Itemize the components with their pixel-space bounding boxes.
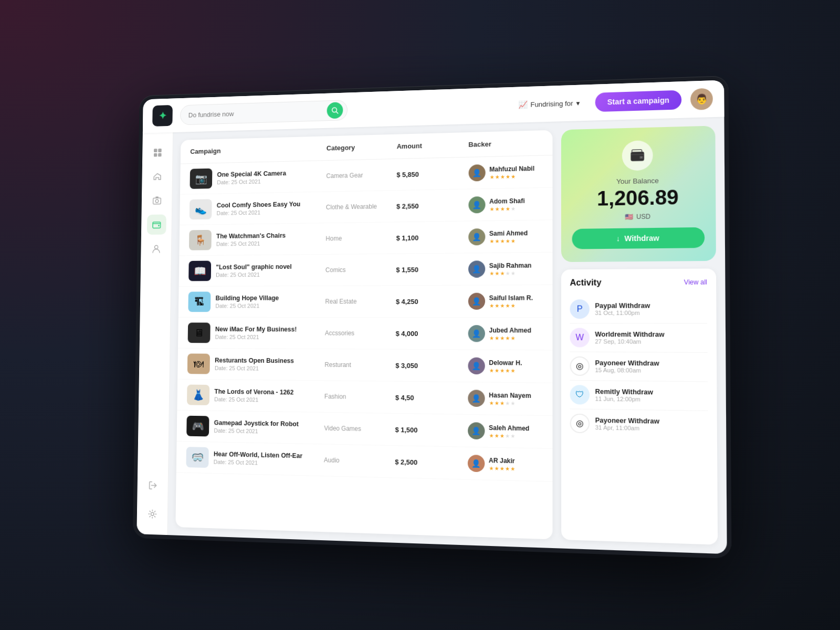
star: ★ [505, 335, 510, 341]
start-campaign-button[interactable]: Start a campaign [595, 90, 681, 112]
activity-info: Payoneer Withdraw 31 Apr, 11:00am [595, 416, 659, 432]
campaign-image: 🖥 [188, 322, 211, 343]
backer-avatar: 👤 [468, 390, 485, 407]
campaign-title: The Watchman's Chairs [216, 232, 286, 240]
campaign-date: Date: 25 Oct 2021 [215, 365, 294, 372]
backer-cell: 👤 Saleh Ahmed ★★★★★ [468, 422, 542, 440]
backer-name: Sami Ahmed [489, 229, 528, 237]
fundraising-label: Fundrising for [530, 99, 573, 109]
amount-cell: $ 1,550 [396, 265, 468, 274]
sidebar-item-media[interactable] [147, 191, 166, 211]
logo-icon: ✦ [159, 110, 167, 122]
activity-name: Paypal Withdraw [595, 302, 650, 310]
sidebar-item-logout[interactable] [143, 475, 162, 496]
amount-cell: $ 2,550 [396, 201, 468, 210]
star: ★ [494, 400, 499, 406]
search-button[interactable] [327, 102, 343, 119]
activity-icon: ◎ [570, 413, 590, 433]
sidebar-item-dashboard[interactable] [148, 142, 167, 163]
campaign-image: 👗 [187, 385, 209, 405]
campaign-title: "Lost Soul" graphic novel [216, 263, 292, 271]
category-cell: Real Estate [325, 298, 396, 305]
table-row[interactable]: 🏗 Building Hope Village Date: 25 Oct 202… [178, 285, 553, 318]
star: ★ [500, 335, 505, 341]
star-rating: ★★★★★ [489, 302, 533, 308]
backer-avatar: 👤 [468, 164, 485, 182]
star: ★ [505, 465, 510, 471]
campaign-cell: 🎮 Gamepad Joystick for Robot Date: 25 Oc… [186, 416, 324, 439]
search-input[interactable] [188, 107, 327, 119]
campaign-image: 🍽 [187, 353, 210, 374]
category-cell: Home [326, 234, 396, 242]
backer-name: Sajib Rahman [489, 261, 532, 269]
search-bar[interactable] [180, 100, 348, 125]
star: ★ [489, 400, 494, 406]
col-campaign: Campaign [190, 144, 327, 155]
amount-cell: $ 4,000 [396, 329, 468, 337]
category-cell: Camera Gear [326, 171, 396, 180]
col-backer: Backer [468, 139, 542, 149]
activity-date: 27 Sep, 10:40am [595, 338, 664, 345]
main-content: Campaign Category Amount Backer 📷 One Sp… [136, 117, 727, 554]
campaign-date: Date: 25 Oct 2021 [214, 427, 298, 435]
table-row[interactable]: 🖥 New iMac For My Business! Date: 25 Oct… [178, 318, 552, 351]
table-row[interactable]: 🪑 The Watchman's Chairs Date: 25 Oct 202… [179, 220, 552, 256]
star: ★ [505, 270, 510, 276]
campaign-image: 🪑 [189, 230, 212, 250]
backer-avatar: 👤 [468, 293, 485, 310]
star: ★ [495, 206, 499, 212]
table-row[interactable]: 🍽 Resturants Open Business Date: 25 Oct … [177, 349, 552, 383]
campaign-info: New iMac For My Business! Date: 25 Oct 2… [215, 326, 297, 340]
activity-date: 15 Aug, 08:00am [595, 366, 659, 373]
sidebar-item-profile[interactable] [146, 238, 166, 259]
backer-cell: 👤 Mahfuzul Nabil ★★★★★ [468, 163, 542, 182]
table-row[interactable]: 👟 Cool Comfy Shoes Easy You Date: 25 Oct… [180, 188, 552, 225]
star: ★ [500, 238, 505, 244]
campaign-date: Date: 25 Oct 2021 [216, 271, 292, 278]
balance-card: Your Balance 1,206.89 🇺🇸 USD ↓ Withdraw [561, 125, 716, 262]
category-cell: Fashion [324, 393, 395, 401]
activity-item: ◎ Payoneer Withdraw 31 Apr, 11:00am [570, 409, 708, 439]
star: ★ [499, 465, 504, 471]
star-rating: ★★★★★ [489, 238, 528, 244]
trend-icon: 📈 [518, 100, 527, 109]
user-avatar[interactable]: 👨 [690, 88, 713, 110]
activity-icon: 🛡 [570, 385, 590, 404]
backer-avatar: 👤 [468, 358, 485, 375]
star-rating: ★★★★★ [489, 173, 534, 180]
sidebar-item-campaigns[interactable] [148, 166, 167, 187]
star: ★ [489, 206, 494, 212]
sidebar-item-settings[interactable] [142, 503, 162, 524]
star: ★ [510, 335, 515, 341]
content-area: Campaign Category Amount Backer 📷 One Sp… [167, 117, 727, 554]
svg-rect-3 [158, 149, 161, 152]
table-row[interactable]: 🥽 Hear Off-World, Listen Off-Ear Date: 2… [176, 442, 553, 482]
activity-date: 11 Jun, 12:00pm [595, 395, 653, 403]
table-row[interactable]: 📖 "Lost Soul" graphic novel Date: 25 Oct… [179, 253, 553, 287]
activity-title: Activity [570, 278, 601, 288]
table-row[interactable]: 👗 The Lords of Verona - 1262 Date: 25 Oc… [177, 380, 552, 416]
campaign-image: 📷 [190, 169, 212, 189]
view-all-link[interactable]: View all [684, 278, 707, 286]
col-amount: Amount [397, 141, 469, 150]
star: ★ [510, 270, 515, 276]
star: ★ [505, 173, 510, 179]
campaign-info: One Special 4K Camera Date: 25 Oct 2021 [217, 170, 286, 185]
star: ★ [489, 302, 494, 308]
star: ★ [495, 238, 499, 244]
withdraw-button[interactable]: ↓ Withdraw [572, 227, 705, 249]
star-rating: ★★★★★ [489, 335, 531, 341]
campaign-title: One Special 4K Camera [217, 170, 286, 178]
star: ★ [505, 368, 510, 373]
star-rating: ★★★★★ [489, 205, 524, 212]
sidebar-item-wallet[interactable] [146, 214, 166, 235]
backer-cell: 👤 Sajib Rahman ★★★★★ [468, 260, 542, 277]
activity-info: Worldremit Withdraw 27 Sep, 10:40am [595, 331, 664, 345]
amount-cell: $ 5,850 [396, 169, 468, 178]
campaign-date: Date: 25 Oct 2021 [214, 459, 302, 467]
fundraising-dropdown[interactable]: 📈 Fundrising for ▾ [512, 94, 586, 113]
category-cell: Video Games [324, 425, 395, 433]
star: ★ [500, 400, 505, 406]
star: ★ [489, 174, 494, 180]
activity-item: P Paypal Withdraw 31 Oct, 11:00pm [570, 295, 707, 323]
